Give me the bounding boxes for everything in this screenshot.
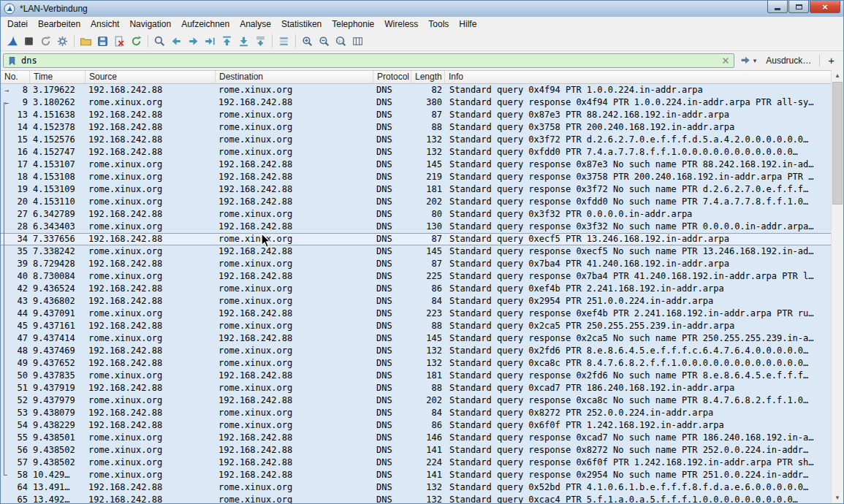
column-header-length[interactable]: Length	[411, 71, 445, 83]
open-file-button[interactable]	[77, 33, 94, 49]
column-header-no[interactable]: No.	[1, 71, 30, 83]
go-back-button[interactable]	[168, 33, 185, 49]
packet-row-17[interactable]: 174.153107rome.xinux.org192.168.242.88DN…	[1, 159, 832, 171]
bookmark-icon[interactable]	[7, 56, 17, 66]
menu-telephonie[interactable]: Telephonie	[327, 18, 379, 31]
column-header-destination[interactable]: Destination	[216, 71, 373, 83]
packet-row-42[interactable]: 429.436524192.168.242.88rome.xinux.orgDN…	[1, 283, 832, 295]
vertical-scrollbar[interactable]: ▲ ▼	[831, 69, 843, 503]
packet-row-44[interactable]: 449.437091rome.xinux.org192.168.242.88DN…	[1, 308, 832, 320]
cell-length: 145	[411, 245, 445, 258]
packet-row-48[interactable]: 489.437469192.168.242.88rome.xinux.orgDN…	[1, 345, 832, 357]
column-header-protocol[interactable]: Protocol	[373, 71, 411, 83]
packet-row-28[interactable]: 286.343403rome.xinux.org192.168.242.88DN…	[1, 221, 832, 233]
column-header-info[interactable]: Info	[445, 71, 832, 83]
packet-row-16[interactable]: 164.152747192.168.242.88rome.xinux.orgDN…	[1, 146, 832, 159]
resize-columns-button[interactable]	[349, 33, 366, 49]
go-last-button[interactable]	[235, 33, 252, 49]
menu-analyse[interactable]: Analyse	[235, 18, 276, 31]
zoom-in-button[interactable]	[299, 33, 316, 49]
display-filter-input[interactable]: dns	[21, 56, 721, 66]
packet-row-54[interactable]: 549.438229192.168.242.88rome.xinux.orgDN…	[1, 419, 832, 432]
reload-button[interactable]	[128, 33, 145, 49]
menu-datei[interactable]: Datei	[2, 18, 33, 31]
packet-row-9[interactable]: ←93.180262rome.xinux.org192.168.242.88DN…	[1, 96, 832, 109]
scroll-up-button[interactable]: ▲	[832, 69, 843, 81]
restart-capture-button[interactable]	[37, 33, 54, 49]
scrollbar-thumb[interactable]	[832, 82, 843, 205]
menu-aufzeichnen[interactable]: Aufzeichnen	[176, 18, 235, 31]
packet-row-64[interactable]: 6413.491…192.168.242.88rome.xinux.orgDNS…	[1, 481, 832, 494]
packet-row-57[interactable]: 579.438502rome.xinux.org192.168.242.88DN…	[1, 457, 832, 469]
cell-protocol: DNS	[373, 469, 411, 481]
packet-row-8[interactable]: →83.179622192.168.242.88rome.xinux.orgDN…	[1, 84, 832, 96]
packet-row-47[interactable]: 479.437414rome.xinux.org192.168.242.88DN…	[1, 332, 832, 345]
go-to-packet-button[interactable]	[202, 33, 218, 49]
packet-row-20[interactable]: 204.153110rome.xinux.org192.168.242.88DN…	[1, 196, 832, 208]
display-filter-field[interactable]: dns	[3, 53, 734, 68]
packet-row-51[interactable]: 519.437919192.168.242.88rome.xinux.orgDN…	[1, 382, 832, 394]
packet-row-53[interactable]: 539.438079192.168.242.88rome.xinux.orgDN…	[1, 407, 832, 419]
column-header-source[interactable]: Source	[85, 71, 216, 83]
zoom-original-button[interactable]: 1:1	[332, 33, 349, 49]
packet-row-52[interactable]: 529.437979rome.xinux.org192.168.242.88DN…	[1, 394, 832, 407]
packet-row-18[interactable]: 184.153108rome.xinux.org192.168.242.88DN…	[1, 171, 832, 183]
chevron-down-icon[interactable]: ▾	[753, 57, 757, 64]
packet-row-45[interactable]: 459.437161192.168.242.88rome.xinux.orgDN…	[1, 320, 832, 332]
clear-filter-icon[interactable]	[721, 56, 730, 65]
menu-hilfe[interactable]: Hilfe	[454, 18, 482, 31]
packet-row-15[interactable]: 154.152576192.168.242.88rome.xinux.orgDN…	[1, 134, 832, 146]
column-header-time[interactable]: Time	[30, 71, 85, 83]
minimize-button[interactable]	[767, 1, 788, 13]
add-filter-button[interactable]: +	[821, 54, 841, 68]
packet-row-34[interactable]: 347.337656192.168.242.88rome.xinux.orgDN…	[1, 233, 832, 245]
menu-ansicht[interactable]: Ansicht	[85, 18, 124, 31]
apply-filter-button[interactable]: ▾	[737, 54, 760, 68]
save-file-button[interactable]	[94, 33, 111, 49]
packet-row-58[interactable]: 5810.429…rome.xinux.org192.168.242.88DNS…	[1, 469, 832, 481]
zoom-out-icon	[318, 35, 330, 47]
go-first-button[interactable]	[218, 33, 235, 49]
cell-no: 47	[12, 332, 30, 345]
packet-row-49[interactable]: 499.437652192.168.242.88rome.xinux.orgDN…	[1, 357, 832, 370]
packet-row-50[interactable]: 509.437835rome.xinux.org192.168.242.88DN…	[1, 370, 832, 382]
menu-navigation[interactable]: Navigation	[124, 18, 176, 31]
expression-button[interactable]: Ausdruck…	[759, 56, 818, 66]
zoom-out-button[interactable]	[316, 33, 332, 49]
menu-statistiken[interactable]: Statistiken	[276, 18, 327, 31]
find-packet-button[interactable]	[151, 33, 168, 49]
close-button[interactable]: ×	[810, 1, 840, 13]
packet-row-65[interactable]: 6513.492…192.168.242.88rome.xinux.orgDNS…	[1, 494, 832, 503]
start-capture-button[interactable]	[4, 33, 20, 49]
packet-list[interactable]: →83.179622192.168.242.88rome.xinux.orgDN…	[1, 84, 832, 503]
packet-row-14[interactable]: 144.152378192.168.242.88rome.xinux.orgDN…	[1, 121, 832, 134]
packet-row-39[interactable]: 398.729428192.168.242.88rome.xinux.orgDN…	[1, 258, 832, 270]
cell-source: rome.xinux.org	[85, 444, 216, 457]
row-gutter	[1, 146, 12, 159]
menu-bearbeiten[interactable]: Bearbeiten	[33, 18, 85, 31]
packet-row-43[interactable]: 439.436802192.168.242.88rome.xinux.orgDN…	[1, 295, 832, 308]
cell-source: rome.xinux.org	[85, 457, 216, 469]
stop-capture-button[interactable]	[20, 33, 37, 49]
packet-row-40[interactable]: 408.730084rome.xinux.org192.168.242.88DN…	[1, 270, 832, 283]
packet-row-56[interactable]: 569.438502rome.xinux.org192.168.242.88DN…	[1, 444, 832, 457]
cell-time: 6.342789	[30, 208, 85, 221]
title-bar[interactable]: *LAN-Verbindung ×	[1, 1, 843, 17]
scroll-down-button[interactable]: ▼	[832, 492, 843, 503]
packet-row-27[interactable]: 276.342789192.168.242.88rome.xinux.orgDN…	[1, 208, 832, 221]
close-file-button[interactable]	[111, 33, 128, 49]
go-forward-button[interactable]	[185, 33, 202, 49]
auto-scroll-button[interactable]	[252, 33, 269, 49]
menu-tools[interactable]: Tools	[423, 18, 454, 31]
row-gutter	[1, 382, 12, 394]
packet-row-55[interactable]: 559.438501rome.xinux.org192.168.242.88DN…	[1, 432, 832, 444]
menu-wireless[interactable]: Wireless	[379, 18, 423, 31]
packet-row-35[interactable]: 357.338242rome.xinux.org192.168.242.88DN…	[1, 245, 832, 258]
packet-row-13[interactable]: 134.151638192.168.242.88rome.xinux.orgDN…	[1, 109, 832, 121]
cell-length: 132	[411, 481, 445, 494]
capture-options-button[interactable]	[54, 33, 71, 49]
colorize-button[interactable]	[275, 33, 292, 49]
packet-row-19[interactable]: 194.153109rome.xinux.org192.168.242.88DN…	[1, 183, 832, 196]
maximize-button[interactable]	[788, 1, 809, 13]
cell-time: 7.338242	[30, 245, 85, 258]
